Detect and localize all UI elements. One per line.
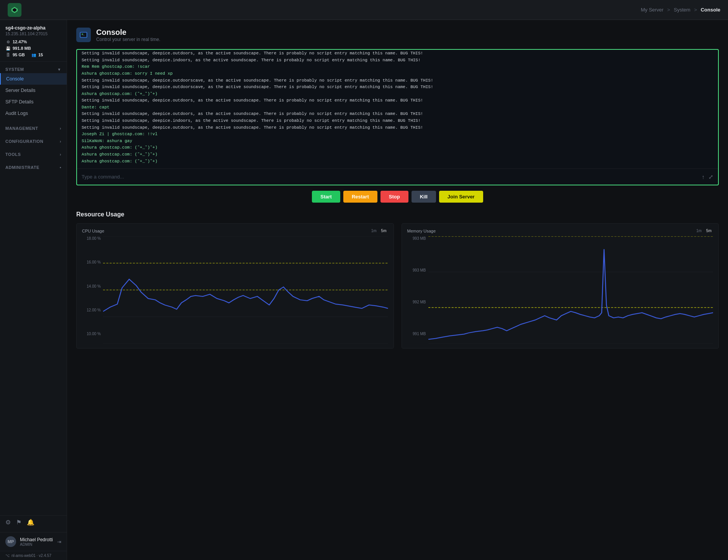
console-log-line: Ashura ghostcap.com: (˜+_˜)˜+) xyxy=(82,158,713,165)
footer-status: ⌥ nl-ams-web01 · v2.4.57 xyxy=(0,551,67,560)
memory-time-5m[interactable]: 5m xyxy=(705,228,713,233)
svg-rect-5 xyxy=(82,35,85,36)
console-log-line: SilKaNoN: ashura gay xyxy=(82,138,713,145)
console-log-line: Setting invalid soundscape, deepice.outd… xyxy=(82,84,713,91)
console-icon xyxy=(79,31,88,39)
cpu-chart-svg xyxy=(103,236,388,344)
console-input[interactable] xyxy=(82,174,702,180)
nav-section-tools: Tools › xyxy=(0,147,67,160)
memory-time-1m[interactable]: 1m xyxy=(695,228,703,233)
players-value: 15 xyxy=(38,52,43,57)
sidebar-item-audit-logs[interactable]: Audit Logs xyxy=(0,108,67,119)
user-info-bottom: Michael Pedrotti ADMIN xyxy=(20,537,53,547)
chevron-right-icon-mgmt: › xyxy=(60,126,61,131)
console-log-line: Setting invalid soundscape, deepice.outd… xyxy=(82,111,713,118)
players-icon: 👥 xyxy=(31,52,36,57)
disk-stat: 🗄 95 GB 👥 15 xyxy=(5,52,61,57)
breadcrumb: My Server > System > Console xyxy=(641,7,720,13)
chevron-dot-icon-admin: • xyxy=(60,165,61,170)
flag-icon[interactable]: ⚑ xyxy=(16,519,21,526)
cpu-time-5m[interactable]: 5m xyxy=(380,228,388,233)
resource-section: Resource Usage CPU Usage 1m 5m 18.00 % xyxy=(76,211,719,349)
chevron-right-icon-tools: › xyxy=(60,152,61,157)
mem-y-label-4: 992 MB xyxy=(407,300,428,304)
avatar: MP xyxy=(5,536,16,547)
server-name: sg4-csgo-ze-alpha xyxy=(5,25,61,31)
console-log-line: Ashura ghostcap.com: sorry I need xp xyxy=(82,70,713,77)
sidebar-item-console[interactable]: Console xyxy=(0,73,67,85)
stop-button[interactable]: Stop xyxy=(380,191,408,203)
server-info: sg4-csgo-ze-alpha 15.235.181.104:27015 ⚙… xyxy=(0,20,67,62)
console-log-line: Dante: capt xyxy=(82,104,713,111)
ram-value: 991.8 MB xyxy=(13,46,31,51)
expand-icon[interactable]: ⤢ xyxy=(708,174,713,180)
nav-header-configuration[interactable]: Configuration › xyxy=(0,135,67,145)
logout-icon[interactable]: ⇥ xyxy=(57,539,61,545)
breadcrumb-sep-1: > xyxy=(667,7,671,13)
user-name: Michael Pedrotti xyxy=(20,537,53,542)
nav-section-administrate: Administrate • xyxy=(0,160,67,173)
page-title-group: Console Control your server in real time… xyxy=(96,28,160,42)
restart-button[interactable]: Restart xyxy=(343,191,377,203)
breadcrumb-part-3: Console xyxy=(701,7,720,13)
resource-title: Resource Usage xyxy=(76,211,719,218)
action-buttons: Start Restart Stop Kill Join Server xyxy=(76,191,719,203)
console-log-line: Ashura ghostcap.com: (˜+_˜)˜+) xyxy=(82,151,713,158)
console-input-row: ↑ ⤢ xyxy=(77,169,718,185)
content-area: Console Control your server in real time… xyxy=(67,20,728,560)
cpu-time-1m[interactable]: 1m xyxy=(370,228,378,233)
breadcrumb-sep-2: > xyxy=(694,7,698,13)
nav-header-administrate[interactable]: Administrate • xyxy=(0,161,67,171)
console-log-line: Setting invalid soundscape, deepice.outd… xyxy=(82,77,713,84)
sidebar-item-sftp-details[interactable]: SFTP Details xyxy=(0,96,67,108)
cpu-y-label-3: 12.00 % xyxy=(82,308,103,312)
cpu-y-labels: 18.00 % 16.00 % 14.00 % 12.00 % 10.00 % xyxy=(82,236,103,336)
console-log-line: Ashura ghostcap.com: (˜+_˜)˜+) xyxy=(82,91,713,98)
nav-section-management: Management › xyxy=(0,121,67,134)
sidebar-bottom-area: ⚙ ⚑ 🔔 MP Michael Pedrotti ADMIN ⇥ ⌥ nl-a… xyxy=(0,515,67,560)
console-input-icons: ↑ ⤢ xyxy=(702,174,714,180)
start-button[interactable]: Start xyxy=(312,191,340,203)
nav-header-system[interactable]: System ▼ xyxy=(0,63,67,73)
sidebar: sg4-csgo-ze-alpha 15.235.181.104:27015 ⚙… xyxy=(0,20,67,560)
cpu-y-label-4: 10.00 % xyxy=(82,332,103,336)
sidebar-bottom-icons: ⚙ ⚑ 🔔 xyxy=(0,515,67,529)
console-log-line: Ashura ghostcap.com: (˜+_˜)˜+) xyxy=(82,144,713,151)
page-icon-wrapper xyxy=(76,28,91,42)
console-log-line: Rem Rem ghostcap.com: !scar xyxy=(82,64,713,70)
upload-icon[interactable]: ↑ xyxy=(702,174,705,180)
console-log-line: Setting invalid soundscape, deepice.indo… xyxy=(82,57,713,64)
server-stats: ⚙ 12.47% 💾 991.8 MB 🗄 95 GB 👥 15 xyxy=(5,39,61,57)
memory-chart-label: Memory Usage xyxy=(407,229,436,233)
memory-chart-container: Memory Usage 1m 5m 993 MB 993 MB 992 MB xyxy=(402,223,719,349)
nav-header-tools[interactable]: Tools › xyxy=(0,148,67,158)
console-log-line: Setting invalid soundscape, deepice.outd… xyxy=(82,50,713,57)
page-title: Console xyxy=(96,28,160,37)
console-output: Setting invalid soundscape, deepice.indo… xyxy=(77,50,718,169)
bell-icon[interactable]: 🔔 xyxy=(27,519,34,526)
cpu-chart-header: CPU Usage 1m 5m xyxy=(82,228,388,233)
disk-icon: 🗄 xyxy=(5,52,11,57)
console-wrapper: Setting invalid soundscape, deepice.indo… xyxy=(76,49,719,185)
disk-value: 95 GB xyxy=(13,52,25,57)
charts-row: CPU Usage 1m 5m 18.00 % 16.00 % 14.00 % … xyxy=(76,223,719,349)
git-icon: ⌥ xyxy=(5,553,10,558)
memory-chart-header: Memory Usage 1m 5m xyxy=(407,228,713,233)
nav-section-configuration: Configuration › xyxy=(0,134,67,147)
sidebar-item-server-details[interactable]: Server Details xyxy=(0,85,67,96)
mem-y-label-2: 993 MB xyxy=(407,268,428,272)
memory-chart-svg-wrapper xyxy=(428,236,713,344)
cpu-chart-area: 18.00 % 16.00 % 14.00 % 12.00 % 10.00 % xyxy=(82,236,388,344)
memory-chart-area: 993 MB 993 MB 992 MB 991 MB xyxy=(407,236,713,344)
nav-header-management[interactable]: Management › xyxy=(0,122,67,132)
kill-button[interactable]: Kill xyxy=(412,191,436,203)
cpu-time-btns: 1m 5m xyxy=(370,228,388,233)
join-server-button[interactable]: Join Server xyxy=(439,191,483,203)
console-log-line: Setting invalid soundscape, deepice.outd… xyxy=(82,97,713,104)
cpu-chart-svg-wrapper xyxy=(103,236,388,344)
console-log-line: Setting invalid soundscape, deepice.outd… xyxy=(82,124,713,131)
settings-icon[interactable]: ⚙ xyxy=(5,519,11,526)
cpu-y-label-1: 16.00 % xyxy=(82,260,103,264)
ram-icon: 💾 xyxy=(5,46,11,51)
chevron-down-icon: ▼ xyxy=(57,67,61,72)
